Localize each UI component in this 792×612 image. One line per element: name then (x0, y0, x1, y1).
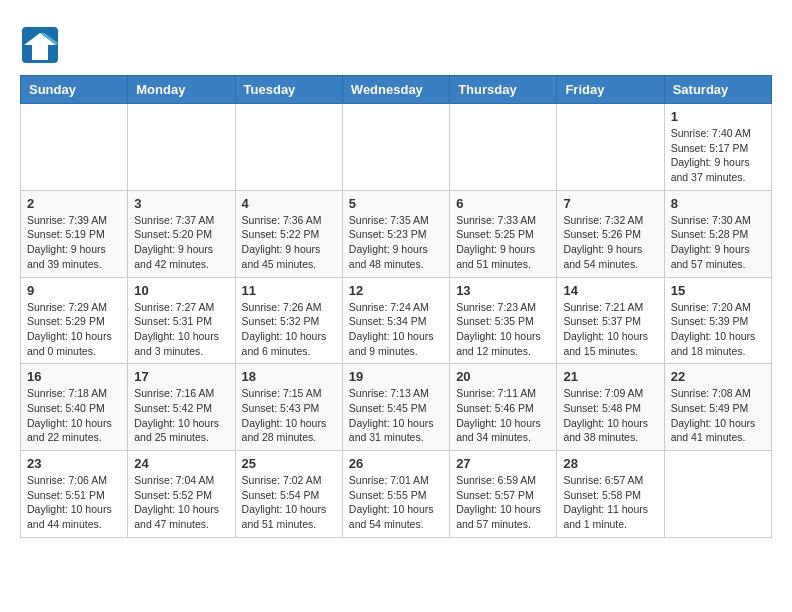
day-cell: 3Sunrise: 7:37 AM Sunset: 5:20 PM Daylig… (128, 190, 235, 277)
page-header (20, 20, 772, 65)
day-cell: 27Sunrise: 6:59 AM Sunset: 5:57 PM Dayli… (450, 451, 557, 538)
day-cell (342, 104, 449, 191)
weekday-header-row: SundayMondayTuesdayWednesdayThursdayFrid… (21, 76, 772, 104)
week-row-3: 9Sunrise: 7:29 AM Sunset: 5:29 PM Daylig… (21, 277, 772, 364)
day-number: 12 (349, 283, 443, 298)
day-info: Sunrise: 7:33 AM Sunset: 5:25 PM Dayligh… (456, 213, 550, 272)
day-info: Sunrise: 7:24 AM Sunset: 5:34 PM Dayligh… (349, 300, 443, 359)
day-info: Sunrise: 7:11 AM Sunset: 5:46 PM Dayligh… (456, 386, 550, 445)
day-cell: 11Sunrise: 7:26 AM Sunset: 5:32 PM Dayli… (235, 277, 342, 364)
day-number: 9 (27, 283, 121, 298)
day-number: 22 (671, 369, 765, 384)
day-cell (128, 104, 235, 191)
day-number: 26 (349, 456, 443, 471)
day-cell: 10Sunrise: 7:27 AM Sunset: 5:31 PM Dayli… (128, 277, 235, 364)
day-number: 8 (671, 196, 765, 211)
day-info: Sunrise: 7:15 AM Sunset: 5:43 PM Dayligh… (242, 386, 336, 445)
day-number: 1 (671, 109, 765, 124)
day-number: 27 (456, 456, 550, 471)
day-cell: 6Sunrise: 7:33 AM Sunset: 5:25 PM Daylig… (450, 190, 557, 277)
day-number: 15 (671, 283, 765, 298)
logo-icon (20, 25, 60, 65)
day-cell: 1Sunrise: 7:40 AM Sunset: 5:17 PM Daylig… (664, 104, 771, 191)
day-number: 4 (242, 196, 336, 211)
weekday-header-saturday: Saturday (664, 76, 771, 104)
day-cell: 22Sunrise: 7:08 AM Sunset: 5:49 PM Dayli… (664, 364, 771, 451)
day-cell: 16Sunrise: 7:18 AM Sunset: 5:40 PM Dayli… (21, 364, 128, 451)
week-row-1: 1Sunrise: 7:40 AM Sunset: 5:17 PM Daylig… (21, 104, 772, 191)
day-info: Sunrise: 6:57 AM Sunset: 5:58 PM Dayligh… (563, 473, 657, 532)
day-cell: 15Sunrise: 7:20 AM Sunset: 5:39 PM Dayli… (664, 277, 771, 364)
weekday-header-thursday: Thursday (450, 76, 557, 104)
weekday-header-sunday: Sunday (21, 76, 128, 104)
day-cell: 17Sunrise: 7:16 AM Sunset: 5:42 PM Dayli… (128, 364, 235, 451)
day-cell: 9Sunrise: 7:29 AM Sunset: 5:29 PM Daylig… (21, 277, 128, 364)
week-row-4: 16Sunrise: 7:18 AM Sunset: 5:40 PM Dayli… (21, 364, 772, 451)
day-info: Sunrise: 7:40 AM Sunset: 5:17 PM Dayligh… (671, 126, 765, 185)
day-info: Sunrise: 7:27 AM Sunset: 5:31 PM Dayligh… (134, 300, 228, 359)
day-info: Sunrise: 7:35 AM Sunset: 5:23 PM Dayligh… (349, 213, 443, 272)
week-row-2: 2Sunrise: 7:39 AM Sunset: 5:19 PM Daylig… (21, 190, 772, 277)
day-info: Sunrise: 7:09 AM Sunset: 5:48 PM Dayligh… (563, 386, 657, 445)
day-info: Sunrise: 7:04 AM Sunset: 5:52 PM Dayligh… (134, 473, 228, 532)
weekday-header-wednesday: Wednesday (342, 76, 449, 104)
day-cell (21, 104, 128, 191)
day-cell: 8Sunrise: 7:30 AM Sunset: 5:28 PM Daylig… (664, 190, 771, 277)
day-cell: 26Sunrise: 7:01 AM Sunset: 5:55 PM Dayli… (342, 451, 449, 538)
day-number: 11 (242, 283, 336, 298)
day-info: Sunrise: 6:59 AM Sunset: 5:57 PM Dayligh… (456, 473, 550, 532)
day-number: 23 (27, 456, 121, 471)
day-number: 18 (242, 369, 336, 384)
day-number: 20 (456, 369, 550, 384)
day-cell: 19Sunrise: 7:13 AM Sunset: 5:45 PM Dayli… (342, 364, 449, 451)
day-cell: 23Sunrise: 7:06 AM Sunset: 5:51 PM Dayli… (21, 451, 128, 538)
day-number: 28 (563, 456, 657, 471)
day-number: 21 (563, 369, 657, 384)
day-info: Sunrise: 7:37 AM Sunset: 5:20 PM Dayligh… (134, 213, 228, 272)
weekday-header-monday: Monday (128, 76, 235, 104)
day-number: 24 (134, 456, 228, 471)
day-cell: 5Sunrise: 7:35 AM Sunset: 5:23 PM Daylig… (342, 190, 449, 277)
day-info: Sunrise: 7:36 AM Sunset: 5:22 PM Dayligh… (242, 213, 336, 272)
day-cell: 7Sunrise: 7:32 AM Sunset: 5:26 PM Daylig… (557, 190, 664, 277)
day-cell: 2Sunrise: 7:39 AM Sunset: 5:19 PM Daylig… (21, 190, 128, 277)
day-cell (450, 104, 557, 191)
day-number: 6 (456, 196, 550, 211)
day-number: 13 (456, 283, 550, 298)
day-number: 10 (134, 283, 228, 298)
day-info: Sunrise: 7:23 AM Sunset: 5:35 PM Dayligh… (456, 300, 550, 359)
day-info: Sunrise: 7:18 AM Sunset: 5:40 PM Dayligh… (27, 386, 121, 445)
day-cell: 13Sunrise: 7:23 AM Sunset: 5:35 PM Dayli… (450, 277, 557, 364)
day-info: Sunrise: 7:20 AM Sunset: 5:39 PM Dayligh… (671, 300, 765, 359)
week-row-5: 23Sunrise: 7:06 AM Sunset: 5:51 PM Dayli… (21, 451, 772, 538)
day-cell: 20Sunrise: 7:11 AM Sunset: 5:46 PM Dayli… (450, 364, 557, 451)
day-cell: 4Sunrise: 7:36 AM Sunset: 5:22 PM Daylig… (235, 190, 342, 277)
day-info: Sunrise: 7:39 AM Sunset: 5:19 PM Dayligh… (27, 213, 121, 272)
logo (20, 25, 66, 65)
day-cell (235, 104, 342, 191)
day-cell: 28Sunrise: 6:57 AM Sunset: 5:58 PM Dayli… (557, 451, 664, 538)
day-number: 7 (563, 196, 657, 211)
day-info: Sunrise: 7:02 AM Sunset: 5:54 PM Dayligh… (242, 473, 336, 532)
day-number: 19 (349, 369, 443, 384)
day-info: Sunrise: 7:13 AM Sunset: 5:45 PM Dayligh… (349, 386, 443, 445)
day-info: Sunrise: 7:32 AM Sunset: 5:26 PM Dayligh… (563, 213, 657, 272)
day-number: 17 (134, 369, 228, 384)
day-cell: 12Sunrise: 7:24 AM Sunset: 5:34 PM Dayli… (342, 277, 449, 364)
day-info: Sunrise: 7:29 AM Sunset: 5:29 PM Dayligh… (27, 300, 121, 359)
weekday-header-friday: Friday (557, 76, 664, 104)
day-info: Sunrise: 7:30 AM Sunset: 5:28 PM Dayligh… (671, 213, 765, 272)
day-cell: 14Sunrise: 7:21 AM Sunset: 5:37 PM Dayli… (557, 277, 664, 364)
day-info: Sunrise: 7:16 AM Sunset: 5:42 PM Dayligh… (134, 386, 228, 445)
day-number: 5 (349, 196, 443, 211)
day-cell: 21Sunrise: 7:09 AM Sunset: 5:48 PM Dayli… (557, 364, 664, 451)
day-info: Sunrise: 7:01 AM Sunset: 5:55 PM Dayligh… (349, 473, 443, 532)
day-info: Sunrise: 7:21 AM Sunset: 5:37 PM Dayligh… (563, 300, 657, 359)
day-info: Sunrise: 7:26 AM Sunset: 5:32 PM Dayligh… (242, 300, 336, 359)
day-cell (664, 451, 771, 538)
day-number: 3 (134, 196, 228, 211)
day-cell (557, 104, 664, 191)
day-cell: 25Sunrise: 7:02 AM Sunset: 5:54 PM Dayli… (235, 451, 342, 538)
day-number: 25 (242, 456, 336, 471)
calendar-table: SundayMondayTuesdayWednesdayThursdayFrid… (20, 75, 772, 538)
